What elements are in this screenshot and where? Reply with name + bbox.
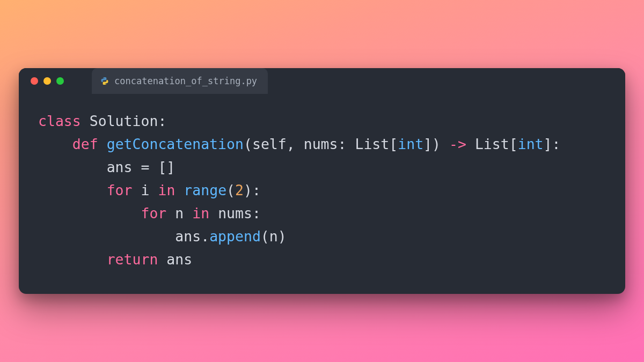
var-ans2: ans [175, 228, 201, 245]
rparen: ) [432, 136, 441, 152]
close-icon[interactable] [31, 77, 38, 85]
keyword-in2: in [192, 205, 209, 221]
var-nums: nums [218, 205, 252, 221]
assign: = [133, 159, 158, 175]
colon3: : [552, 136, 561, 152]
return-type-int: int [518, 136, 544, 152]
lparen3: ( [261, 228, 269, 245]
colon2: : [338, 136, 347, 152]
minimize-icon[interactable] [43, 77, 51, 85]
rbrack: ] [423, 136, 432, 152]
return-ans: ans [166, 251, 192, 268]
keyword-in: in [158, 182, 175, 198]
type-list: List [355, 136, 389, 152]
rparen3: ) [278, 228, 287, 245]
file-tab[interactable]: concatenation_of_string.py [92, 68, 268, 94]
rparen2: ) [244, 182, 252, 198]
code-editor[interactable]: class Solution: def getConcatenation(sel… [19, 94, 625, 293]
colon: : [158, 113, 166, 129]
param-nums: nums [304, 136, 338, 152]
var-i: i [141, 182, 149, 198]
var-ans: ans [107, 159, 133, 175]
maximize-icon[interactable] [56, 77, 64, 85]
arrow: -> [441, 136, 475, 152]
builtin-range: range [184, 182, 226, 198]
keyword-def: def [72, 136, 98, 152]
method-append: append [209, 228, 261, 245]
python-icon [100, 77, 109, 85]
class-name: Solution [90, 113, 158, 129]
keyword-for: for [107, 182, 133, 198]
editor-window: concatenation_of_string.py class Solutio… [19, 68, 625, 293]
colon5: : [252, 205, 261, 221]
comma: , [287, 136, 304, 152]
window-controls [19, 77, 76, 85]
lbrack2: [ [509, 136, 518, 152]
titlebar: concatenation_of_string.py [19, 68, 625, 94]
type-int: int [398, 136, 423, 152]
keyword-for2: for [141, 205, 166, 221]
dot: . [201, 228, 209, 245]
empty-list: [] [158, 159, 175, 175]
lbrack: [ [389, 136, 398, 152]
param-self: self [252, 136, 287, 152]
lparen2: ( [226, 182, 235, 198]
keyword-class: class [38, 113, 81, 129]
colon4: : [252, 182, 261, 198]
literal-two: 2 [235, 182, 244, 198]
lparen: ( [244, 136, 252, 152]
tab-filename: concatenation_of_string.py [114, 76, 257, 86]
var-n: n [175, 205, 184, 221]
arg-n: n [269, 228, 278, 245]
return-type-list: List [475, 136, 509, 152]
keyword-return: return [107, 251, 158, 268]
rbrack2: ] [544, 136, 552, 152]
function-name: getConcatenation [107, 136, 244, 152]
